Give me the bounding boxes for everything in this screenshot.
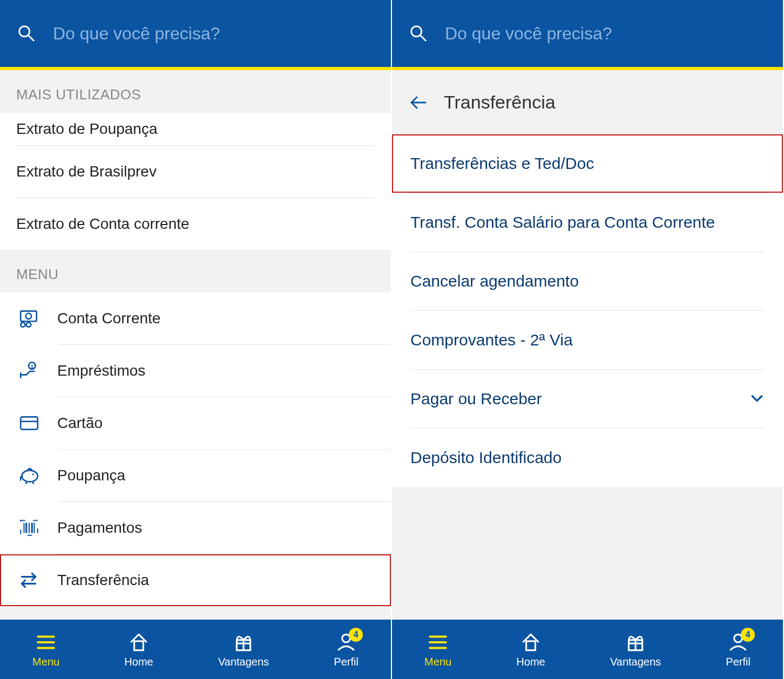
nav-menu[interactable]: Menu (424, 631, 451, 668)
back-button[interactable] (408, 93, 428, 112)
nav-vantagens[interactable]: Vantagens (610, 631, 661, 668)
nav-perfil[interactable]: 4Perfil (726, 631, 751, 668)
nav-label: Home (516, 656, 545, 668)
menu-item-transfer[interactable]: Transferência (0, 554, 391, 606)
transfer-item-label: Transferências e Ted/Doc (410, 154, 765, 173)
transfer-item[interactable]: Comprovantes - 2ª Via (392, 311, 783, 369)
badge: 4 (349, 628, 363, 642)
gift-icon (624, 631, 647, 654)
page-title: Transferência (444, 92, 556, 113)
most-used-list: Extrato de Poupança Extrato de Brasilpre… (0, 113, 391, 250)
transfer-item-label: Depósito Identificado (410, 449, 765, 467)
money-icon (16, 308, 42, 329)
profile-icon: 4 (335, 631, 357, 654)
menu-item-piggy[interactable]: Poupança (0, 450, 391, 501)
home-icon (519, 631, 542, 654)
search-placeholder: Do que você precisa? (445, 24, 612, 44)
transfer-item-label: Transf. Conta Salário para Conta Corrent… (410, 213, 765, 232)
transfer-list: Transferências e Ted/DocTransf. Conta Sa… (392, 134, 783, 487)
menu-item-label: Cartão (57, 415, 103, 432)
nav-label: Menu (424, 656, 451, 668)
list-item-label: Extrato de Conta corrente (16, 215, 190, 233)
menu-item-label: Poupança (57, 467, 125, 484)
transfer-item-label: Comprovantes - 2ª Via (410, 331, 765, 349)
transfer-icon (16, 569, 42, 591)
bottom-nav: MenuHomeVantagens4Perfil (0, 620, 391, 679)
nav-label: Vantagens (610, 656, 661, 668)
nav-home[interactable]: Home (124, 631, 153, 668)
page-title-row: Transferência (392, 70, 783, 134)
screen-transfer: Do que você precisa? Transferência Trans… (392, 0, 784, 679)
transfer-item-label: Pagar ou Receber (410, 390, 734, 408)
gift-icon (232, 631, 255, 654)
profile-icon: 4 (727, 631, 749, 654)
menu-item-card[interactable]: Cartão (0, 397, 391, 449)
loan-icon (16, 360, 42, 382)
chevron-down-icon (749, 391, 765, 406)
barcode-icon (16, 517, 42, 539)
bottom-nav: MenuHomeVantagens4Perfil (392, 620, 783, 679)
transfer-item-label: Cancelar agendamento (410, 272, 765, 290)
list-item[interactable]: Extrato de Conta corrente (0, 198, 391, 250)
section-most-used-label: MAIS UTILIZADOS (0, 70, 391, 113)
section-menu-label: MENU (0, 250, 391, 293)
nav-vantagens[interactable]: Vantagens (218, 631, 269, 668)
menu-item-label: Empréstimos (57, 362, 145, 379)
menu-icon (35, 631, 57, 654)
search-icon (408, 23, 429, 44)
menu-list: Conta CorrenteEmpréstimosCartãoPoupançaP… (0, 293, 391, 606)
list-item[interactable]: Extrato de Poupança (0, 113, 391, 145)
transfer-item[interactable]: Transferências e Ted/Doc (392, 134, 783, 193)
nav-label: Home (124, 656, 153, 668)
card-icon (16, 412, 42, 434)
transfer-item[interactable]: Cancelar agendamento (392, 252, 783, 310)
nav-home[interactable]: Home (516, 631, 545, 668)
transfer-item[interactable]: Depósito Identificado (392, 429, 783, 487)
list-item[interactable]: Extrato de Brasilprev (0, 146, 391, 198)
menu-item-label: Transferência (57, 572, 149, 589)
search-icon (16, 23, 37, 44)
transfer-item[interactable]: Pagar ou Receber (392, 370, 783, 428)
home-icon (127, 631, 150, 654)
nav-label: Menu (32, 656, 59, 668)
nav-menu[interactable]: Menu (32, 631, 59, 668)
transfer-item[interactable]: Transf. Conta Salário para Conta Corrent… (392, 193, 783, 252)
nav-perfil[interactable]: 4Perfil (334, 631, 359, 668)
nav-label: Perfil (726, 656, 751, 668)
list-item-label: Extrato de Poupança (16, 120, 158, 138)
menu-item-label: Conta Corrente (57, 310, 160, 327)
menu-item-label: Pagamentos (57, 519, 142, 537)
nav-label: Perfil (334, 656, 359, 668)
badge: 4 (741, 628, 755, 642)
search-header[interactable]: Do que você precisa? (392, 0, 783, 70)
nav-label: Vantagens (218, 656, 269, 668)
list-item-label: Extrato de Brasilprev (16, 163, 157, 180)
screen-menu: Do que você precisa? MAIS UTILIZADOS Ext… (0, 0, 392, 679)
empty-area (392, 487, 783, 620)
piggy-icon (16, 465, 42, 486)
search-header[interactable]: Do que você precisa? (0, 0, 391, 70)
menu-icon (427, 631, 449, 654)
menu-item-loan[interactable]: Empréstimos (0, 345, 391, 397)
search-placeholder: Do que você precisa? (53, 24, 220, 44)
menu-item-money[interactable]: Conta Corrente (0, 293, 391, 344)
menu-item-barcode[interactable]: Pagamentos (0, 502, 391, 554)
